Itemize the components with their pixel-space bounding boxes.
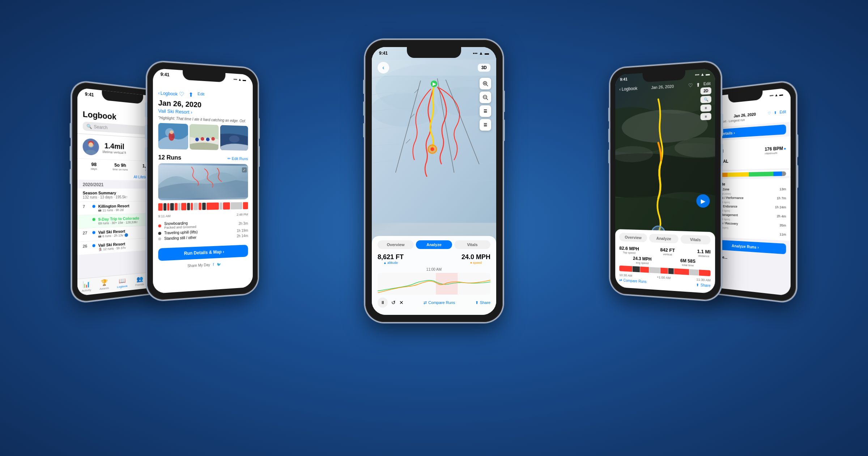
battery-3: ▬ — [485, 51, 489, 56]
lifetime-value: 1.4mil — [103, 141, 126, 151]
battery-2: ▬ — [243, 77, 246, 81]
sat-tab-vitals[interactable]: Vitals — [680, 235, 710, 245]
heart-icon-5[interactable]: ♡ — [767, 111, 771, 115]
tab-vitals-3[interactable]: Vitals — [454, 240, 490, 249]
share-btn-3[interactable]: ⬆ Share — [475, 300, 490, 305]
share-icon-5[interactable]: ⬆ — [774, 110, 776, 115]
status-icons-2: ▪▪▪ ▲ ▬ — [234, 77, 246, 82]
sat-menu-btn-2[interactable]: ≡ — [701, 113, 711, 121]
time-2: 9:41 — [161, 72, 170, 77]
speed-value: 24.0 MPH — [461, 253, 490, 261]
speed-label: ● speed — [461, 261, 490, 265]
trip-detail-1: 🏔 11 runs · 9h 2d — [98, 208, 129, 212]
chart-time-label: 11:00 AM — [378, 267, 490, 271]
hr-bar-yellow — [727, 172, 749, 177]
pause-btn[interactable]: ⏸ — [378, 297, 388, 308]
nav-date-4: Jan 26, 2020 — [651, 84, 674, 90]
twitter-icon[interactable]: 🐦 — [217, 262, 221, 266]
back-button-4[interactable]: ‹ Logbook — [619, 86, 637, 92]
altitude-label: ▲ altitude — [378, 261, 404, 265]
sat-vertical-val: 842 FT — [660, 247, 675, 253]
tab-logbook[interactable]: 📖 Logbook — [117, 277, 128, 289]
signal-5: ▪▪▪ — [770, 93, 774, 97]
share-btn-4[interactable]: ⬆ Share — [696, 283, 711, 288]
sat-search-btn[interactable]: 🔍 — [701, 96, 711, 103]
run-bar-4 — [170, 203, 174, 211]
fit-max-hr-val: 176 BPM — [765, 146, 783, 152]
tab-analyze-3[interactable]: Analyze — [416, 240, 452, 249]
hr-time-resting: 11m — [776, 232, 786, 237]
sat-stat-topspeed: 82.6 MPH Top speed — [619, 245, 639, 255]
photo-3[interactable] — [220, 125, 248, 151]
status-icons-5: ▪▪▪ ▲ ▬ — [770, 92, 783, 97]
back-label-4: Logbook — [622, 86, 637, 92]
phone-trip-detail: 9:41 ▪▪▪ ▲ ▬ ‹ Logbook ♡ ⬆ Edi — [147, 61, 258, 301]
satellite-play-btn[interactable]: ▶ — [696, 194, 710, 208]
tab-overview-3[interactable]: Overview — [378, 240, 414, 249]
phone-2-screen: 9:41 ▪▪▪ ▲ ▬ ‹ Logbook ♡ ⬆ Edi — [153, 68, 253, 294]
sat-bar-6 — [668, 268, 673, 274]
runs-count: 12 Runs — [158, 154, 181, 161]
map-bottom-buttons: ⏸ ↺ ✕ ⇄ Compare Runs ⬆ Share — [378, 297, 490, 308]
menu-btn-1[interactable]: ☰ — [480, 105, 491, 117]
sat-bar-7 — [674, 269, 689, 275]
sat-distance-val: 1.1 MI — [697, 249, 710, 255]
replay-icon[interactable]: ↺ — [391, 300, 396, 305]
search-placeholder: Search — [94, 124, 107, 130]
run-bar-6 — [178, 203, 180, 210]
hr-time-yellow: 1h 24m — [775, 205, 786, 209]
photo-2[interactable] — [190, 124, 219, 150]
heart-icon-4[interactable]: ♡ — [688, 82, 693, 88]
tab-logbook-icon: 📖 — [119, 277, 126, 284]
run-bar-9 — [191, 203, 193, 210]
sat-tab-overview[interactable]: Overview — [619, 233, 647, 242]
photo-1[interactable] — [158, 123, 188, 150]
back-button-2[interactable]: ‹ Logbook — [158, 90, 178, 97]
share-label-2: Share My Day — [187, 263, 210, 268]
compare-icon-3: ⇄ — [424, 300, 427, 305]
facebook-icon[interactable]: f — [213, 263, 214, 267]
edit-label-2[interactable]: Edit — [197, 92, 204, 99]
sat-stat-totaltime: 6M 58S total time — [680, 258, 695, 267]
trip-num-1: 7 — [83, 204, 90, 209]
tab-friends[interactable]: 👥 Friends — [135, 275, 144, 287]
sat-tab-analyze[interactable]: Analyze — [649, 234, 678, 244]
sat-menu-btn-1[interactable]: ≡ — [701, 104, 711, 112]
run-bar-5 — [175, 203, 178, 210]
map-bottom-panel: Overview Analyze Vitals 8,621 FT ▲ altit… — [372, 236, 496, 315]
compare-runs-btn-4[interactable]: ⇄ Compare Runs — [619, 278, 646, 284]
trip-dot-3 — [92, 231, 95, 234]
signal-3: ▪▪▪ — [473, 51, 477, 56]
edit-icon-4[interactable]: Edit — [703, 81, 711, 88]
map-3d-btn[interactable]: 3D — [478, 64, 490, 72]
avatar — [83, 138, 99, 156]
zoom-in-btn[interactable] — [480, 78, 491, 89]
hr-time-blue: 35m — [776, 223, 786, 227]
status-icons-3: ▪▪▪ ▲ ▬ — [473, 51, 489, 56]
tab-activity[interactable]: 📊 Activity — [82, 280, 91, 292]
zoom-out-btn[interactable] — [480, 92, 491, 103]
share-label-4: Share — [701, 283, 711, 288]
heart-icon-2[interactable]: ♡ — [179, 90, 184, 98]
compare-runs-btn-3[interactable]: ⇄ Compare Runs — [424, 300, 455, 305]
stat-time-lbl: time on runs — [112, 168, 128, 171]
edit-label-5[interactable]: Edit — [780, 109, 786, 114]
back-button-3[interactable]: ‹ — [378, 62, 389, 73]
signal-2: ▪▪▪ — [234, 77, 237, 81]
legend-time-standing: 2h 14m — [237, 234, 248, 238]
map-3d-view[interactable]: ⤢ — [158, 163, 248, 200]
back-chevron-2: ‹ — [158, 90, 159, 96]
stat-days-num: 98 — [91, 161, 97, 167]
fit-max-hr-lbl: maximum — [765, 151, 786, 155]
edit-runs-btn[interactable]: ✏ Edit Runs — [227, 156, 248, 161]
trip-info-4: Vail Ski Resort 🏂 12 runs · 5h 37v — [98, 242, 126, 252]
share-label-3: Share — [480, 300, 490, 305]
share-icon-3: ⬆ — [475, 300, 478, 305]
share-icon-2[interactable]: ⬆ — [188, 91, 193, 98]
chart-area — [378, 273, 490, 295]
close-btn[interactable]: ✕ — [399, 300, 404, 305]
run-details-button[interactable]: Run Details & Map › — [158, 245, 248, 261]
tab-awards[interactable]: 🏆 Awards — [99, 279, 109, 291]
menu-btn-2[interactable]: ☰ — [480, 119, 491, 131]
share-icon-4[interactable]: ⬆ — [696, 82, 700, 88]
